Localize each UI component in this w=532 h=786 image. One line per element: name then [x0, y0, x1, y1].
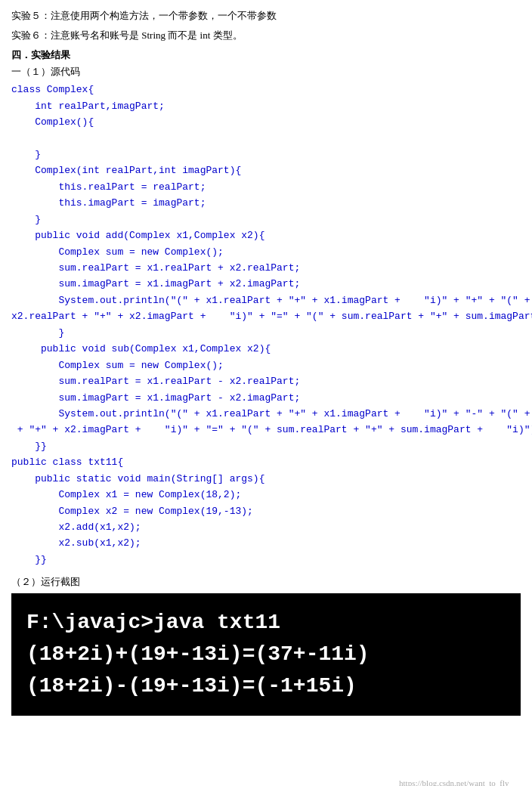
- section-title: 四．实验结果: [11, 48, 521, 62]
- page-wrapper: 实验５：注意使用两个构造方法，一个带参数，一个不带参数 实验６：注意账号名和账号…: [11, 8, 521, 786]
- terminal-line1: F:\javajc>java txt11: [26, 607, 506, 639]
- intro-line2: 实验６：注意账号名和账号是 String 而不是 int 类型。: [11, 27, 521, 44]
- source-code: class Complex{ int realPart,imagPart; Co…: [11, 82, 521, 568]
- terminal-line2: (18+2i)+(19+-13i)=(37+-11i): [26, 639, 506, 670]
- terminal-output: F:\javajc>java txt11 (18+2i)+(19+-13i)=(…: [11, 593, 521, 716]
- terminal-line3: (18+2i)-(19+-13i)=(-1+15i): [26, 670, 506, 702]
- subsection2-label: （２）运行截图: [11, 575, 521, 589]
- sub-title: 一（１）源代码: [11, 65, 521, 79]
- intro-line1: 实验５：注意使用两个构造方法，一个带参数，一个不带参数: [11, 8, 521, 24]
- watermark: https://blog.csdn.net/want_to_fly_: [399, 778, 513, 786]
